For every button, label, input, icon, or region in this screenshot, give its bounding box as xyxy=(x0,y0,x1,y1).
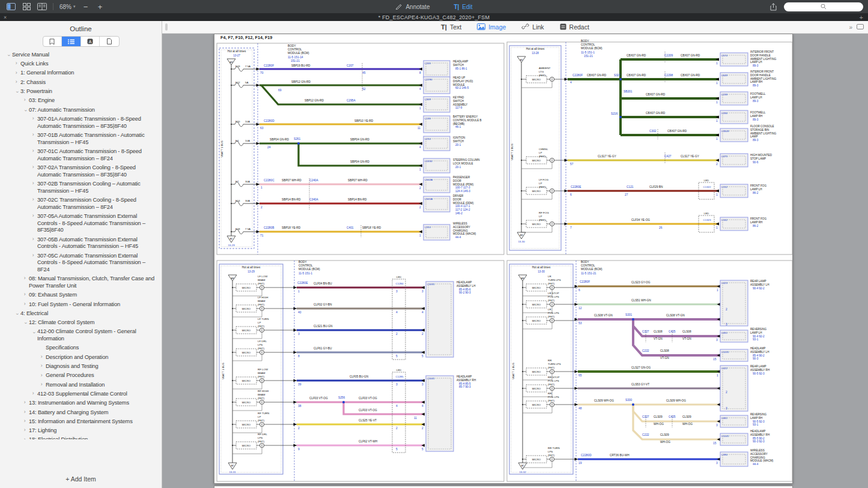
outline-item[interactable]: ›Description and Operation xyxy=(0,353,162,362)
chevron-icon[interactable]: › xyxy=(30,330,37,336)
two-page-view-icon[interactable] xyxy=(37,3,47,11)
chevron-icon[interactable]: › xyxy=(13,79,19,86)
outline-item[interactable]: ›307-01A Automatic Transmission - 8-Spee… xyxy=(0,115,162,131)
chevron-icon[interactable]: › xyxy=(30,390,36,397)
add-item-button[interactable]: + Add Item xyxy=(0,475,162,483)
outline-item[interactable]: ›307-01C Automatic Transmission - 8-Spee… xyxy=(0,147,162,163)
outline-item[interactable]: ›307-05B Automatic Transmission External… xyxy=(0,235,162,252)
zoom-in-button[interactable]: + xyxy=(96,2,105,11)
chevron-icon[interactable]: › xyxy=(22,399,28,406)
tool-label: Text xyxy=(450,23,461,31)
chevron-icon[interactable]: › xyxy=(5,52,12,58)
outline-tab-toc[interactable] xyxy=(62,37,81,46)
chevron-icon[interactable]: › xyxy=(38,372,44,379)
outline-item[interactable]: ›3: Powertrain xyxy=(0,87,162,96)
chevron-icon[interactable]: › xyxy=(30,212,36,220)
outline-item[interactable]: ›412-03 Supplemental Climate Control xyxy=(0,390,162,399)
outline-item[interactable]: ›4: Electrical xyxy=(0,309,162,318)
outline-item[interactable]: ›General Procedures xyxy=(0,372,162,381)
chevron-icon[interactable]: › xyxy=(30,115,36,122)
chevron-icon[interactable]: › xyxy=(22,418,28,425)
outline-item[interactable]: ›307-05A Automatic Transmission External… xyxy=(0,212,162,235)
image-tool[interactable]: Image xyxy=(477,23,506,31)
svg-text:5: 5 xyxy=(422,355,423,358)
outline-item[interactable]: ›307-05C Automatic Transmission External… xyxy=(0,252,162,275)
svg-text:C240A: C240A xyxy=(309,179,318,182)
zoom-out-button[interactable]: − xyxy=(82,2,90,11)
svg-text:C425: C425 xyxy=(669,330,676,333)
outline-item[interactable]: ›03: Engine xyxy=(0,96,162,105)
chevron-icon[interactable]: › xyxy=(38,363,44,370)
chevron-icon[interactable]: › xyxy=(13,60,19,67)
chevron-icon[interactable]: › xyxy=(30,148,36,155)
redact-tool[interactable]: Redact xyxy=(560,23,589,31)
annotate-button[interactable]: Annotate xyxy=(395,3,429,11)
svg-text:HEADLAMP: HEADLAMP xyxy=(453,60,468,63)
outline-item[interactable]: ›17: Lighting xyxy=(0,426,162,435)
svg-text:38: 38 xyxy=(298,405,302,408)
outline-item[interactable]: ›14: Battery and Charging System xyxy=(0,408,162,417)
outline-item[interactable]: ›15: Information and Entertainment Syste… xyxy=(0,417,162,426)
chevron-icon[interactable]: › xyxy=(22,427,28,434)
outline-item[interactable]: Specifications xyxy=(0,344,162,353)
outline-item[interactable]: ›307-02C Transmission Cooling - 8-Speed … xyxy=(0,196,162,212)
sidebar-toggle-icon[interactable] xyxy=(6,3,16,11)
outline-item[interactable]: ›307-02B Transmission Cooling – Automati… xyxy=(0,179,162,196)
chevron-icon[interactable]: › xyxy=(22,409,28,416)
svg-text:C135: C135 xyxy=(425,117,431,120)
tab-title[interactable]: * FD_ESCAPE4-KUGA3_C482_2020+_FSM xyxy=(0,14,868,20)
chevron-icon[interactable]: › xyxy=(22,436,28,439)
outline-item[interactable]: ›Service Manual xyxy=(0,50,162,59)
chevron-icon[interactable]: › xyxy=(22,275,28,282)
chevron-icon[interactable]: › xyxy=(22,301,28,308)
chevron-icon[interactable]: › xyxy=(30,131,36,139)
chevron-icon[interactable]: › xyxy=(30,196,36,203)
outline-tab-annotations[interactable]: A xyxy=(81,37,100,46)
svg-text:AZ: AZ xyxy=(230,238,233,240)
chevron-icon[interactable]: › xyxy=(38,381,44,388)
outline-item[interactable]: ›Diagnosis and Testing xyxy=(0,362,162,371)
thumbnails-icon[interactable] xyxy=(22,3,31,11)
svg-text:CLS08 VT-GN: CLS08 VT-GN xyxy=(666,314,685,317)
chevron-icon[interactable]: › xyxy=(13,311,20,317)
outline-item[interactable]: ›1: General Information xyxy=(0,69,162,78)
svg-text:2: 2 xyxy=(726,391,727,394)
outline-item[interactable]: ›09: Exhaust System xyxy=(0,291,162,300)
svg-text:CLS21 BU-GN: CLS21 BU-GN xyxy=(314,325,333,328)
chevron-icon[interactable]: › xyxy=(22,291,28,298)
chevron-icon[interactable]: › xyxy=(22,320,29,326)
chevron-icon[interactable]: › xyxy=(38,354,44,361)
outline-item[interactable]: ›2: Chassis xyxy=(0,78,162,87)
outline-tab-pages[interactable] xyxy=(100,37,118,46)
pdf-page: F4, F7, F10, F12, F14, F19Hot at all tim… xyxy=(214,34,793,484)
share-icon[interactable] xyxy=(768,3,778,11)
outline-item[interactable]: ›412-00 Climate Control System - General… xyxy=(0,328,162,344)
outline-item[interactable]: ›307-01B Automatic Transmission - Automa… xyxy=(0,131,162,147)
outline-item[interactable]: ›12: Climate Control System xyxy=(0,318,162,327)
outline-item[interactable]: ›08: Manual Transmission, Clutch, Transf… xyxy=(0,274,162,291)
chevron-icon[interactable]: › xyxy=(30,164,36,171)
outline-item[interactable]: ›18: Electrical Distribution xyxy=(0,436,162,439)
document-canvas[interactable]: F4, F7, F10, F12, F14, F19Hot at all tim… xyxy=(162,34,868,488)
chevron-icon[interactable]: › xyxy=(22,97,28,104)
outline-item-label: 4: Electrical xyxy=(20,310,48,316)
chevron-icon[interactable]: › xyxy=(13,70,19,77)
svg-text:C1041: C1041 xyxy=(427,377,435,380)
text-tool[interactable]: T|Text xyxy=(441,23,461,31)
outline-item[interactable]: ›Removal and Installation xyxy=(0,381,162,390)
outline-item[interactable]: ›07: Automatic Transmission xyxy=(0,106,162,115)
edit-button[interactable]: T| Edit xyxy=(454,3,472,11)
chevron-icon[interactable]: › xyxy=(30,236,36,243)
outline-item[interactable]: ›307-02A Transmission Cooling - 8-Speed … xyxy=(0,163,162,179)
outline-item[interactable]: ›13: Instrumentation and Warning Systems xyxy=(0,399,162,408)
chevron-icon[interactable]: › xyxy=(30,180,36,187)
chevron-icon[interactable]: › xyxy=(30,252,36,259)
search-input[interactable] xyxy=(784,2,863,11)
zoom-select[interactable]: 68% ▾ xyxy=(59,4,76,10)
chevron-icon[interactable]: › xyxy=(13,89,20,95)
outline-tab-bookmarks[interactable] xyxy=(43,37,62,46)
outline-item[interactable]: ›10: Fuel System - General Information xyxy=(0,300,162,309)
link-tool[interactable]: Link xyxy=(521,23,544,31)
outline-item[interactable]: ›Quick Links xyxy=(0,59,162,68)
chevron-icon[interactable]: › xyxy=(22,107,29,113)
